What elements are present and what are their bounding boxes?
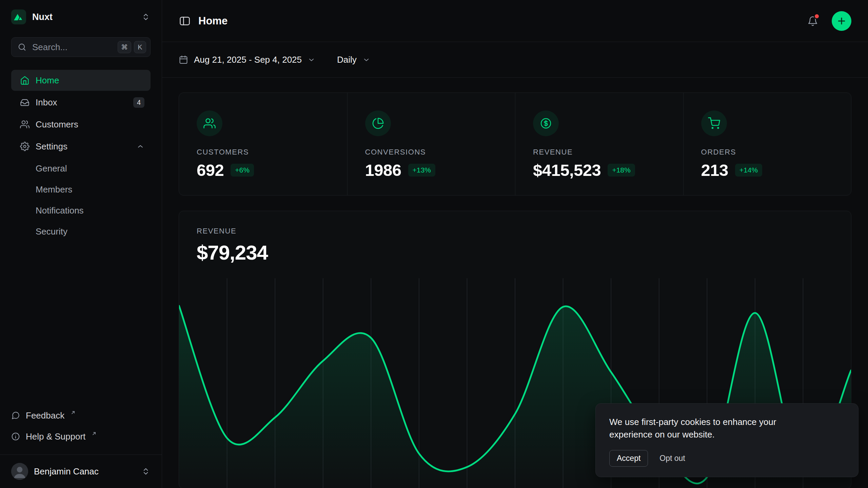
currency-dollar-icon <box>533 110 559 136</box>
sidebar-item-inbox[interactable]: Inbox 4 <box>11 92 151 113</box>
cookie-optout-button[interactable]: Opt out <box>659 454 685 463</box>
granularity-label: Daily <box>337 55 357 65</box>
settings-submenu: General Members Notifications Security <box>11 158 151 242</box>
notifications-button[interactable] <box>805 13 821 29</box>
stat-label: CUSTOMERS <box>197 148 330 157</box>
search-icon <box>18 43 26 52</box>
search-placeholder: Search... <box>32 42 112 53</box>
sidebar-item-customers[interactable]: Customers <box>11 114 151 135</box>
stat-value: $415,523 <box>533 161 601 180</box>
chevron-down-icon <box>308 56 315 64</box>
stat-conversions[interactable]: CONVERSIONS 1986 +13% <box>347 93 515 195</box>
users-icon <box>20 120 29 129</box>
inbox-icon <box>20 98 29 107</box>
stat-delta-badge: +6% <box>231 164 254 177</box>
avatar <box>11 463 28 480</box>
sidebar-item-settings[interactable]: Settings <box>11 136 151 157</box>
nav-label: General <box>36 163 67 174</box>
stats-row: CUSTOMERS 692 +6% CONVERSIONS 1986 +13% <box>179 93 851 196</box>
add-button[interactable] <box>832 11 851 31</box>
plus-icon <box>836 16 847 26</box>
header-actions <box>805 11 851 31</box>
sidebar-item-members[interactable]: Members <box>11 179 151 200</box>
date-range-label: Aug 21, 2025 - Sep 4, 2025 <box>194 55 302 65</box>
search-input[interactable]: Search... ⌘ K <box>11 37 151 57</box>
stat-value: 213 <box>701 161 728 180</box>
shopping-cart-icon <box>701 110 727 136</box>
nav-label: Settings <box>36 141 67 152</box>
chat-bubble-icon <box>11 411 20 420</box>
chevron-updown-icon <box>141 12 151 22</box>
granularity-picker[interactable]: Daily <box>337 55 370 65</box>
kbd-k: K <box>134 41 146 53</box>
external-link-icon <box>91 431 97 436</box>
search-shortcut: ⌘ K <box>118 41 146 53</box>
sidebar-nav: Home Inbox 4 Customers Settings <box>11 70 151 242</box>
sidebar-item-notifications[interactable]: Notifications <box>11 200 151 221</box>
nav-label: Inbox <box>36 97 57 108</box>
stat-delta-badge: +13% <box>408 164 435 177</box>
user-menu[interactable]: Benjamin Canac <box>0 454 162 488</box>
page-title: Home <box>198 15 228 27</box>
stat-delta-badge: +14% <box>735 164 762 177</box>
chevron-up-icon <box>136 142 144 150</box>
help-support-link[interactable]: Help & Support <box>11 426 151 447</box>
nav-label: Members <box>36 184 72 195</box>
nav-label: Home <box>36 75 59 86</box>
gear-icon <box>20 142 29 151</box>
team-name: Nuxt <box>32 12 135 22</box>
sidebar-footer: Feedback Help & Support <box>0 405 162 454</box>
stat-orders[interactable]: ORDERS 213 +14% <box>683 93 851 195</box>
nav-label: Notifications <box>36 205 84 216</box>
chevron-updown-icon <box>141 467 151 476</box>
users-icon <box>197 110 222 136</box>
footer-link-label: Feedback <box>26 410 64 421</box>
external-link-icon <box>70 410 76 415</box>
stat-value: 1986 <box>365 161 401 180</box>
filters-toolbar: Aug 21, 2025 - Sep 4, 2025 Daily <box>162 42 868 78</box>
nav-label: Security <box>36 226 67 237</box>
info-circle-icon <box>11 432 20 441</box>
inbox-count-badge: 4 <box>133 97 144 108</box>
sidebar-item-home[interactable]: Home <box>11 70 151 91</box>
stat-label: REVENUE <box>533 148 666 157</box>
feedback-link[interactable]: Feedback <box>11 405 151 426</box>
cookie-actions: Accept Opt out <box>609 450 845 467</box>
sidebar-item-security[interactable]: Security <box>11 221 151 242</box>
team-switcher[interactable]: Nuxt <box>11 9 151 24</box>
stat-customers[interactable]: CUSTOMERS 692 +6% <box>179 93 347 195</box>
kbd-cmd: ⌘ <box>118 41 131 53</box>
cookie-accept-button[interactable]: Accept <box>609 450 648 467</box>
stat-value: 692 <box>197 161 224 180</box>
stat-delta-badge: +18% <box>608 164 635 177</box>
stat-label: CONVERSIONS <box>365 148 498 157</box>
revenue-label: REVENUE <box>197 227 833 236</box>
revenue-value: $79,234 <box>197 241 833 264</box>
nav-label: Customers <box>36 119 78 130</box>
calendar-icon <box>179 55 188 64</box>
sidebar: Nuxt Search... ⌘ K Home <box>0 0 162 488</box>
user-name: Benjamin Canac <box>34 466 135 477</box>
page-header: Home <box>162 0 868 42</box>
sidebar-toggle-button[interactable] <box>179 15 191 27</box>
revenue-card-header: REVENUE $79,234 <box>179 211 851 264</box>
cookie-banner: We use first-party cookies to enhance yo… <box>595 403 859 477</box>
stat-label: ORDERS <box>701 148 834 157</box>
notification-dot <box>814 13 820 19</box>
chevron-down-icon <box>362 56 370 64</box>
stat-revenue[interactable]: REVENUE $415,523 +18% <box>515 93 683 195</box>
home-icon <box>20 76 29 85</box>
nuxt-logo-icon <box>11 9 26 24</box>
footer-link-label: Help & Support <box>26 431 85 442</box>
sidebar-item-general[interactable]: General <box>11 158 151 179</box>
cookie-message: We use first-party cookies to enhance yo… <box>609 416 809 441</box>
date-range-picker[interactable]: Aug 21, 2025 - Sep 4, 2025 <box>179 55 315 65</box>
chart-pie-icon <box>365 110 391 136</box>
